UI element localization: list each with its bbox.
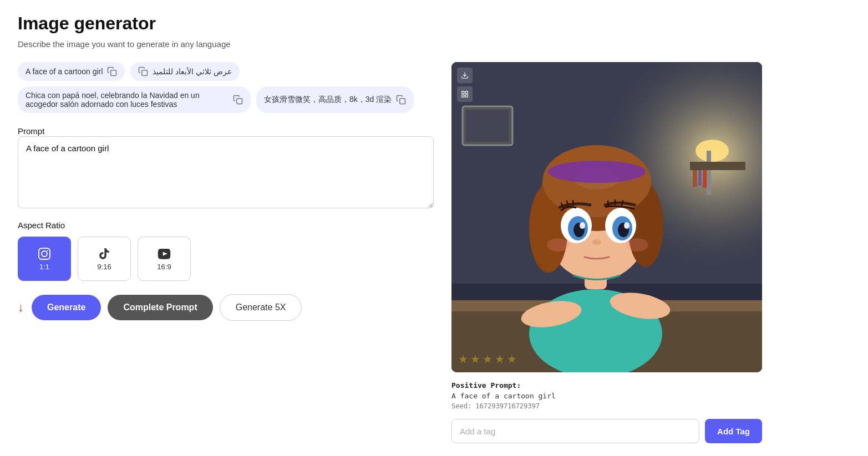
suggestion-chip-3[interactable]: Chica con papá noel, celebrando la Navid… xyxy=(18,86,251,113)
star-4[interactable]: ★ xyxy=(495,352,505,366)
grid-icon-btn[interactable] xyxy=(457,86,473,102)
svg-rect-15 xyxy=(703,170,707,188)
svg-point-38 xyxy=(624,222,630,229)
aspect-ratio-label: Aspect Ratio xyxy=(18,221,434,230)
tag-row: Add Tag xyxy=(451,419,762,443)
svg-rect-17 xyxy=(466,110,509,142)
chip-text-2: عرض ثلاثي الأبعاد للتلميذ xyxy=(153,67,232,76)
generate-button[interactable]: Generate xyxy=(32,295,101,320)
seed-text: Seed: 1672939716729397 xyxy=(451,402,850,410)
generated-image: ★ ★ ★ ★ ★ xyxy=(451,62,762,372)
suggestion-chip-1[interactable]: A face of a cartoon girl xyxy=(18,62,125,81)
aspect-btn-9-16[interactable]: 9:16 xyxy=(78,237,131,281)
suggestions-list: A face of a cartoon girl عرض ثلاثي الأبع… xyxy=(18,62,434,113)
star-5[interactable]: ★ xyxy=(507,352,517,366)
svg-rect-46 xyxy=(465,95,468,97)
svg-point-6 xyxy=(47,250,48,251)
seed-value: 16729397 xyxy=(475,402,507,410)
star-2[interactable]: ★ xyxy=(470,352,480,366)
generate-5x-button[interactable]: Generate 5X xyxy=(220,294,302,321)
positive-prompt-label: Positive Prompt: xyxy=(451,381,850,390)
svg-point-37 xyxy=(580,222,585,229)
image-overlay-icons xyxy=(457,68,473,102)
left-panel: A face of a cartoon girl عرض ثلاثي الأبع… xyxy=(18,62,434,321)
svg-point-10 xyxy=(696,140,729,162)
main-layout: A face of a cartoon girl عرض ثلاثي الأبع… xyxy=(18,62,850,443)
svg-rect-3 xyxy=(400,99,405,104)
right-panel: ★ ★ ★ ★ ★ Positive Prompt: A face of a c… xyxy=(451,62,850,443)
svg-point-40 xyxy=(547,238,569,252)
copy-icon-2[interactable] xyxy=(138,66,148,76)
svg-rect-12 xyxy=(690,162,745,170)
aspect-label-1-1: 1:1 xyxy=(39,263,49,271)
svg-point-30 xyxy=(548,161,646,183)
youtube-icon xyxy=(158,247,171,260)
image-container: ★ ★ ★ ★ ★ xyxy=(451,62,762,372)
seed-value-text: 16729397 xyxy=(507,402,540,410)
aspect-label-16-9: 16:9 xyxy=(157,263,171,271)
copy-icon-4[interactable] xyxy=(396,95,406,105)
aspect-btn-1-1[interactable]: 1:1 xyxy=(18,237,71,281)
svg-rect-0 xyxy=(111,70,116,76)
aspect-ratio-row: 1:1 9:16 16:9 xyxy=(18,237,434,281)
chip-text-3: Chica con papá noel, celebrando la Navid… xyxy=(26,91,229,109)
svg-rect-43 xyxy=(462,91,464,94)
prompt-textarea[interactable]: A face of a cartoon girl xyxy=(18,136,434,208)
suggestion-chip-2[interactable]: عرض ثلاثي الأبعاد للتلميذ xyxy=(130,62,240,81)
page-subtitle: Describe the image you want to generate … xyxy=(18,39,850,49)
chip-text-4: 女孩滑雪微笑，高品质，8k，3d 渲染 xyxy=(264,95,392,105)
svg-rect-11 xyxy=(707,151,711,195)
page-title: Image generator xyxy=(18,13,850,34)
seed-label: Seed: xyxy=(451,402,475,410)
svg-rect-13 xyxy=(693,170,697,187)
svg-rect-1 xyxy=(142,70,148,76)
copy-icon-1[interactable] xyxy=(107,66,117,76)
aspect-btn-16-9[interactable]: 16:9 xyxy=(138,237,191,281)
chip-text-1: A face of a cartoon girl xyxy=(26,67,103,76)
svg-point-5 xyxy=(42,251,47,257)
svg-rect-45 xyxy=(462,95,464,97)
svg-rect-44 xyxy=(465,91,468,94)
star-rating-row: ★ ★ ★ ★ ★ xyxy=(458,352,517,366)
svg-rect-14 xyxy=(698,170,702,186)
instagram-icon xyxy=(38,247,51,260)
prompt-label: Prompt xyxy=(18,126,44,136)
star-1[interactable]: ★ xyxy=(458,352,468,366)
aspect-label-9-16: 9:16 xyxy=(97,263,111,271)
arrow-indicator: ↓ xyxy=(18,300,24,315)
complete-prompt-button[interactable]: Complete Prompt xyxy=(108,295,212,320)
svg-point-41 xyxy=(626,238,648,252)
copy-icon-3[interactable] xyxy=(233,95,243,105)
suggestion-chip-4[interactable]: 女孩滑雪微笑，高品质，8k，3d 渲染 xyxy=(256,86,414,113)
svg-point-39 xyxy=(592,239,601,245)
positive-prompt-text: A face of a cartoon girl xyxy=(451,392,850,400)
tiktok-icon xyxy=(98,247,111,260)
svg-rect-2 xyxy=(237,99,242,104)
add-tag-button[interactable]: Add Tag xyxy=(705,419,762,443)
star-3[interactable]: ★ xyxy=(483,352,493,366)
image-info: Positive Prompt: A face of a cartoon gir… xyxy=(451,381,850,410)
download-icon-btn[interactable] xyxy=(457,68,473,83)
tag-input[interactable] xyxy=(451,419,699,443)
action-row: ↓ Generate Complete Prompt Generate 5X xyxy=(18,294,434,321)
svg-rect-4 xyxy=(39,248,50,259)
